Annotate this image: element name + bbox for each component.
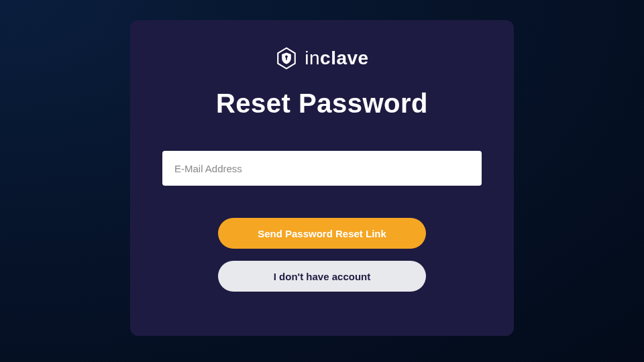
send-reset-link-button[interactable]: Send Password Reset Link: [218, 218, 426, 249]
brand-name: inclave: [305, 48, 368, 69]
shield-hexagon-icon: [275, 47, 298, 70]
email-field[interactable]: [162, 151, 482, 186]
brand-logo: inclave: [275, 47, 368, 70]
reset-password-card: inclave Reset Password Send Password Res…: [130, 20, 514, 336]
page-title: Reset Password: [216, 88, 428, 119]
no-account-button[interactable]: I don't have account: [218, 261, 426, 292]
svg-rect-2: [286, 57, 287, 60]
